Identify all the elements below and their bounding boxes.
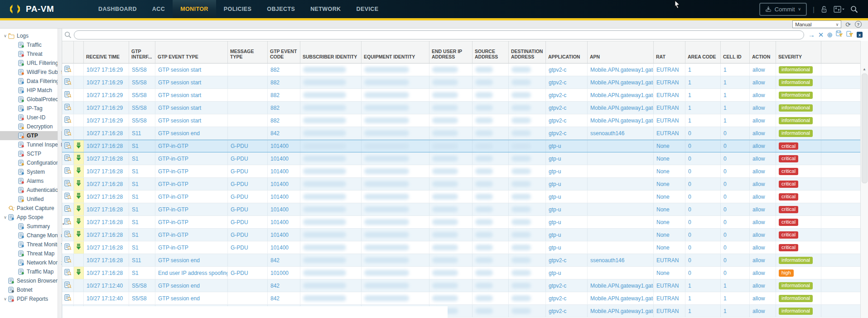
sidebar-item-network-monitor[interactable]: Network Monitor — [0, 258, 62, 267]
tree-caret-icon[interactable]: ∨ — [2, 34, 8, 38]
packet-capture-download-icon[interactable] — [76, 193, 81, 201]
column-header-enduser[interactable]: END USER IP ADDRESS — [429, 41, 473, 63]
column-header-time[interactable]: RECEIVE TIME — [84, 41, 129, 63]
sidebar-item-user-id[interactable]: User-ID — [0, 113, 62, 122]
packet-capture-download-icon[interactable] — [76, 142, 81, 150]
log-detail-icon[interactable] — [64, 269, 72, 277]
column-header-source[interactable]: SOURCE ADDRESS — [473, 41, 509, 63]
save-filter-icon[interactable] — [836, 30, 843, 39]
sidebar-item-system[interactable]: System — [0, 167, 62, 176]
apply-filter-icon[interactable]: → — [808, 31, 815, 38]
sidebar-item-globalprotect[interactable]: GlobalProtect — [0, 95, 62, 104]
log-row-14[interactable]: 10/27 17:16:28S1GTP-in-GTPG-PDU101400gtp… — [62, 229, 861, 241]
sidebar-item-unified[interactable]: Unified — [0, 195, 62, 204]
packet-capture-download-icon[interactable] — [76, 205, 81, 213]
log-detail-icon[interactable] — [64, 78, 72, 87]
log-row-12[interactable]: 10/27 17:16:28S1GTP-in-GTPG-PDU101400gtp… — [62, 203, 861, 216]
global-search-icon[interactable] — [850, 5, 858, 13]
packet-capture-download-icon[interactable] — [76, 218, 81, 226]
log-row-3[interactable]: 10/27 17:16:29S5/S8GTP session start882g… — [62, 89, 861, 102]
log-detail-icon[interactable] — [64, 205, 72, 214]
sidebar-item-alarms[interactable]: Alarms — [0, 176, 62, 186]
log-row-6[interactable]: 10/27 17:16:28S11GTP session end842gtpv2… — [62, 127, 861, 140]
packet-capture-download-icon[interactable] — [76, 180, 81, 188]
log-detail-icon[interactable] — [64, 91, 72, 99]
log-row-13[interactable]: 10/27 17:16:28S1GTP-in-GTPG-PDU101400gtp… — [62, 216, 861, 229]
sidebar-item-traffic-map[interactable]: Traffic Map — [0, 267, 62, 276]
column-header-dest[interactable]: DESTINATION ADDRESS — [509, 41, 546, 63]
column-header-code[interactable]: GTP EVENT CODE — [268, 41, 300, 63]
clear-filter-icon[interactable]: ✕ — [818, 31, 824, 38]
log-detail-icon[interactable] — [64, 256, 72, 264]
log-row-11[interactable]: 10/27 17:16:28S1GTP-in-GTPG-PDU101400gtp… — [62, 191, 861, 203]
scrollbar-thumb[interactable] — [862, 73, 868, 183]
log-detail-icon[interactable] — [64, 129, 72, 137]
nav-tab-dashboard[interactable]: DASHBOARD — [91, 0, 145, 18]
sidebar-item-session-browser[interactable]: Session Browser — [0, 276, 62, 285]
log-row-2[interactable]: 10/27 17:16:29S5/S8GTP session start882g… — [62, 76, 861, 89]
sidebar-item-packet-capture[interactable]: Packet Capture — [0, 204, 62, 213]
sidebar-item-app-scope[interactable]: ∨App Scope — [0, 213, 62, 222]
refresh-icon[interactable]: ⟳ — [845, 21, 851, 28]
scroll-up-icon[interactable]: ▲ — [861, 66, 868, 72]
save-candidate-config-icon[interactable] — [834, 5, 844, 13]
sidebar-item-ip-tag[interactable]: IP-Tag — [0, 104, 62, 113]
log-detail-icon[interactable] — [64, 218, 72, 226]
column-header-equipment[interactable]: EQUIPMENT IDENTITY — [362, 41, 429, 63]
column-header-subscriber[interactable]: SUBSCRIBER IDENTITY — [300, 41, 362, 63]
log-row-9[interactable]: 10/27 17:16:28S1GTP-in-GTPG-PDU101400gtp… — [62, 165, 861, 178]
sidebar-item-botnet[interactable]: Botnet — [0, 285, 62, 294]
log-row-15[interactable]: 10/27 17:16:28S1GTP-in-GTPG-PDU101400gtp… — [62, 241, 861, 254]
column-header-iface[interactable]: GTP INTERF... — [129, 41, 155, 63]
log-filter-input[interactable] — [74, 30, 804, 39]
nav-tab-objects[interactable]: OBJECTS — [259, 0, 303, 18]
column-header-msg[interactable]: MESSAGE TYPE — [228, 41, 268, 63]
column-header-area[interactable]: AREA CODE — [685, 41, 721, 63]
sidebar-item-decryption[interactable]: Decryption — [0, 122, 62, 131]
column-header-event[interactable]: GTP EVENT TYPE — [155, 41, 228, 63]
tree-caret-icon[interactable]: ∨ — [2, 215, 8, 220]
sidebar-item-threat[interactable]: Threat — [0, 49, 62, 59]
column-header-cell[interactable]: CELL ID — [721, 41, 750, 63]
sidebar-item-traffic[interactable]: Traffic — [0, 40, 62, 49]
sidebar-item-threat-map[interactable]: Threat Map — [0, 249, 62, 258]
log-row-17[interactable]: 10/27 17:16:28S1End user IP address spoo… — [62, 267, 861, 279]
sidebar-item-url-filtering[interactable]: URL Filtering — [0, 59, 62, 68]
sidebar-item-hip-match[interactable]: HIP Match — [0, 86, 62, 95]
lock-open-icon[interactable] — [820, 5, 828, 13]
refresh-interval-select[interactable]: Manual ∨ — [792, 20, 841, 28]
log-detail-icon[interactable] — [64, 65, 72, 74]
log-row-5[interactable]: 10/27 17:16:29S5/S8GTP session start882g… — [62, 114, 861, 127]
sidebar-item-logs[interactable]: ∨Logs — [0, 31, 62, 40]
column-header-severity[interactable]: SEVERITY — [776, 41, 821, 63]
log-detail-icon[interactable] — [64, 167, 72, 176]
nav-tab-policies[interactable]: POLICIES — [216, 0, 260, 18]
log-detail-icon[interactable] — [64, 281, 72, 290]
log-detail-icon[interactable] — [64, 294, 72, 303]
sidebar-scrollbar[interactable] — [58, 29, 61, 318]
export-csv-icon[interactable]: x — [857, 32, 863, 38]
log-detail-icon[interactable] — [64, 230, 72, 239]
sidebar-item-change-monitor[interactable]: Change Monitor — [0, 231, 62, 240]
packet-capture-download-icon[interactable] — [76, 244, 81, 251]
help-icon[interactable]: ? — [855, 21, 862, 28]
log-row-4[interactable]: 10/27 17:16:29S5/S8GTP session start882g… — [62, 102, 861, 114]
packet-capture-download-icon[interactable] — [76, 155, 81, 162]
sidebar-item-configuration[interactable]: Configuration — [0, 158, 62, 167]
log-detail-icon[interactable] — [64, 180, 72, 188]
log-detail-icon[interactable] — [64, 116, 72, 125]
log-detail-icon[interactable] — [64, 142, 72, 151]
log-row-18[interactable]: 10/27 17:12:40S5/S8GTP session end842gtp… — [62, 279, 861, 292]
log-row-10[interactable]: 10/27 17:16:28S1GTP-in-GTPG-PDU101400gtp… — [62, 178, 861, 191]
nav-tab-network[interactable]: NETWORK — [303, 0, 348, 18]
sidebar-item-threat-monitor[interactable]: Threat Monitor — [0, 240, 62, 249]
packet-capture-download-icon[interactable] — [76, 231, 81, 239]
sidebar-item-sctp[interactable]: SCTP — [0, 149, 62, 158]
table-scrollbar[interactable]: ▲ — [860, 41, 868, 318]
log-detail-icon[interactable] — [64, 154, 72, 163]
nav-tab-device[interactable]: DEVICE — [349, 0, 386, 18]
sidebar-item-tunnel-inspection[interactable]: Tunnel Inspection — [0, 140, 62, 149]
load-filter-icon[interactable] — [846, 30, 854, 39]
tree-caret-icon[interactable]: ∨ — [2, 297, 8, 301]
column-header-rat[interactable]: RAT — [654, 41, 685, 63]
